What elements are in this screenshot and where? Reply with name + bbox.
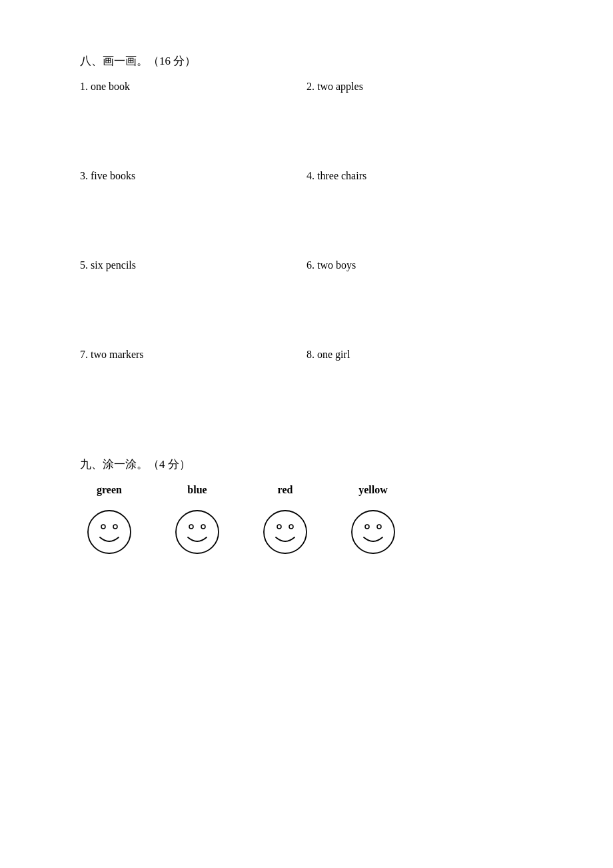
draw-box-5 bbox=[80, 275, 240, 329]
color-label-green: green bbox=[83, 484, 136, 496]
color-labels-row: green blue red yellow bbox=[83, 484, 533, 496]
draw-item-8: 8. one girl bbox=[306, 349, 533, 425]
svg-point-10 bbox=[365, 525, 369, 529]
draw-box-2 bbox=[306, 97, 466, 150]
draw-label-7: 7. two markers bbox=[80, 349, 306, 361]
svg-point-11 bbox=[377, 525, 381, 529]
svg-point-3 bbox=[176, 511, 219, 553]
smiley-yellow-icon bbox=[349, 508, 397, 556]
draw-label-5: 5. six pencils bbox=[80, 259, 306, 271]
draw-label-2: 2. two apples bbox=[306, 81, 533, 93]
svg-point-1 bbox=[101, 525, 105, 529]
svg-point-9 bbox=[352, 511, 394, 553]
smiley-green-icon bbox=[85, 508, 133, 556]
face-green bbox=[83, 505, 136, 559]
draw-item-4: 4. three chairs bbox=[306, 170, 533, 246]
draw-label-6: 6. two boys bbox=[306, 259, 533, 271]
draw-item-3: 3. five books bbox=[80, 170, 306, 246]
draw-item-6: 6. two boys bbox=[306, 259, 533, 335]
draw-label-3: 3. five books bbox=[80, 170, 306, 182]
draw-item-2: 2. two apples bbox=[306, 81, 533, 157]
draw-label-4: 4. three chairs bbox=[306, 170, 533, 182]
draw-item-5: 5. six pencils bbox=[80, 259, 306, 335]
color-label-blue: blue bbox=[171, 484, 224, 496]
svg-point-5 bbox=[201, 525, 205, 529]
draw-item-7: 7. two markers bbox=[80, 349, 306, 425]
draw-label-1: 1. one book bbox=[80, 81, 306, 93]
svg-point-7 bbox=[277, 525, 281, 529]
face-blue bbox=[171, 505, 224, 559]
svg-point-0 bbox=[88, 511, 131, 553]
smiley-red-icon bbox=[261, 508, 309, 556]
svg-point-4 bbox=[189, 525, 193, 529]
face-yellow bbox=[346, 505, 400, 559]
smiley-blue-icon bbox=[173, 508, 221, 556]
draw-label-8: 8. one girl bbox=[306, 349, 533, 361]
draw-box-1 bbox=[80, 97, 240, 150]
face-red bbox=[259, 505, 312, 559]
draw-item-1: 1. one book bbox=[80, 81, 306, 157]
section-9: 九、涂一涂。（4 分） green blue red yellow bbox=[80, 457, 533, 559]
color-label-red: red bbox=[259, 484, 312, 496]
draw-box-8 bbox=[306, 365, 466, 418]
draw-box-3 bbox=[80, 186, 240, 239]
svg-point-8 bbox=[289, 525, 293, 529]
section-9-title: 九、涂一涂。（4 分） bbox=[80, 457, 533, 472]
section-8: 八、画一画。（16 分） 1. one book 2. two apples 3… bbox=[80, 53, 533, 425]
section-8-title: 八、画一画。（16 分） bbox=[80, 53, 533, 69]
faces-row bbox=[83, 505, 533, 559]
color-label-yellow: yellow bbox=[346, 484, 400, 496]
svg-point-2 bbox=[113, 525, 117, 529]
draw-grid: 1. one book 2. two apples 3. five books … bbox=[80, 81, 533, 425]
draw-box-6 bbox=[306, 275, 466, 329]
draw-box-4 bbox=[306, 186, 466, 239]
draw-box-7 bbox=[80, 365, 240, 418]
svg-point-6 bbox=[264, 511, 306, 553]
